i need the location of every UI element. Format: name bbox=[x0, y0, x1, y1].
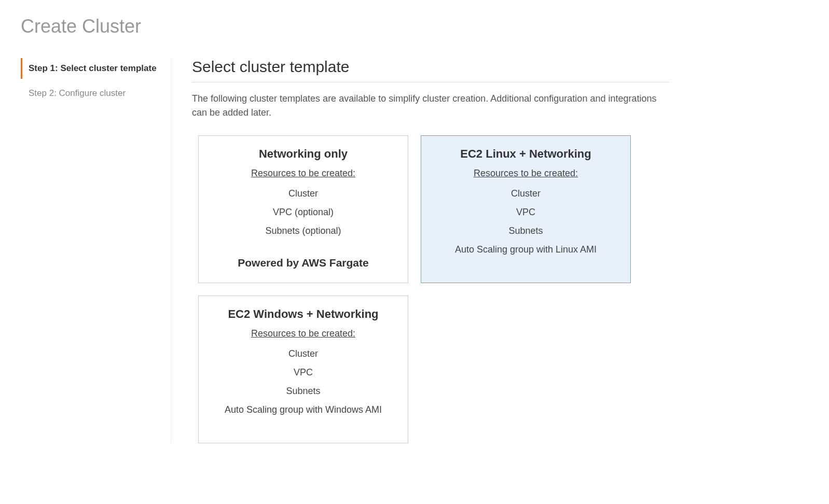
step-1-select-template[interactable]: Step 1: Select cluster template bbox=[21, 58, 165, 79]
resource-item: Cluster bbox=[209, 344, 397, 363]
card-footer: Powered by AWS Fargate bbox=[209, 241, 397, 269]
step-2-configure-cluster[interactable]: Step 2: Configure cluster bbox=[21, 83, 165, 104]
template-card-networking-only[interactable]: Networking only Resources to be created:… bbox=[198, 135, 408, 283]
wizard-sidebar: Step 1: Select cluster template Step 2: … bbox=[21, 58, 171, 443]
resource-item: Cluster bbox=[209, 184, 397, 203]
resource-item: Cluster bbox=[432, 184, 620, 203]
template-cards-grid: Networking only Resources to be created:… bbox=[192, 135, 669, 443]
page-title: Create Cluster bbox=[21, 16, 808, 37]
resource-item: Auto Scaling group with Windows AMI bbox=[209, 400, 397, 419]
resource-item: Auto Scaling group with Linux AMI bbox=[432, 240, 620, 259]
card-title: EC2 Windows + Networking bbox=[209, 307, 397, 321]
resources-label: Resources to be created: bbox=[209, 168, 397, 179]
resource-item: VPC bbox=[209, 363, 397, 382]
main-content: Select cluster template The following cl… bbox=[171, 58, 669, 443]
resource-item: VPC bbox=[432, 203, 620, 221]
template-card-ec2-windows[interactable]: EC2 Windows + Networking Resources to be… bbox=[198, 296, 408, 443]
resource-item: Subnets (optional) bbox=[209, 221, 397, 240]
resources-label: Resources to be created: bbox=[432, 168, 620, 179]
resource-item: Subnets bbox=[209, 382, 397, 400]
resources-label: Resources to be created: bbox=[209, 328, 397, 339]
resource-item: VPC (optional) bbox=[209, 203, 397, 221]
section-description: The following cluster templates are avai… bbox=[192, 92, 669, 120]
resource-item: Subnets bbox=[432, 221, 620, 240]
template-card-ec2-linux[interactable]: EC2 Linux + Networking Resources to be c… bbox=[421, 135, 631, 283]
card-title: EC2 Linux + Networking bbox=[432, 147, 620, 161]
card-title: Networking only bbox=[209, 147, 397, 161]
section-title: Select cluster template bbox=[192, 58, 669, 82]
